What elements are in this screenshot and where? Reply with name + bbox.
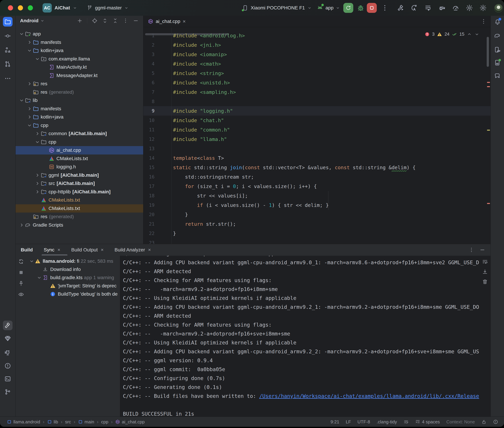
minimize-window-button[interactable] <box>18 5 23 10</box>
close-icon[interactable]: × <box>58 247 60 252</box>
tool-project-button[interactable] <box>3 17 13 26</box>
tree-item-gradle-scripts[interactable]: Gradle Scripts <box>16 221 143 229</box>
prev-problem-icon[interactable] <box>467 32 472 37</box>
breadcrumb-src[interactable]: src <box>65 419 71 425</box>
tool-notifications-button[interactable] <box>493 17 502 27</box>
branch-widget[interactable]: ggml-master <box>87 5 129 11</box>
close-icon[interactable]: × <box>101 247 103 252</box>
tree-item-mainactivity-kt[interactable]: MainActivity.kt <box>16 63 143 71</box>
maximize-window-button[interactable] <box>28 5 33 10</box>
tool-logcat-button[interactable] <box>3 348 13 358</box>
tree-item-cpp[interactable]: cpp <box>16 121 143 130</box>
project-view-selector[interactable]: Android <box>20 18 38 24</box>
status--clang-tidy[interactable]: .clang-tidy <box>376 419 397 425</box>
chevron-right-icon[interactable] <box>26 81 33 87</box>
editor-options-icon[interactable] <box>480 18 487 25</box>
breadcrumb-lib[interactable]: lib <box>47 419 58 425</box>
device-selector[interactable]: Xiaomi POCOPHONE F1 <box>242 5 312 11</box>
chevron-down-icon[interactable] <box>34 139 41 145</box>
tree-item-cmakelists-txt[interactable]: CMakeLists.txt <box>16 204 143 213</box>
status-lf[interactable]: LF <box>346 419 351 425</box>
breadcrumb-ai-chat-cpp[interactable]: Cai_chat.cpp <box>115 419 145 425</box>
more-run-actions-button[interactable] <box>381 4 389 12</box>
tool-structure-button[interactable] <box>3 45 13 55</box>
tool-commit-button[interactable] <box>3 31 13 41</box>
tree-item-kotlin-java[interactable]: kotlin+java <box>16 113 143 121</box>
tool-version-control-button[interactable] <box>3 387 13 397</box>
tree-item-ggml[interactable]: ggml[AiChat.lib.main] <box>16 171 143 180</box>
breadcrumb-cpp[interactable]: cpp <box>101 419 108 425</box>
chevron-down-icon[interactable] <box>29 258 35 264</box>
build-tree-item[interactable]: llama.android: fi 22 sec, 583 ms <box>29 257 120 265</box>
warning-stripe-mark[interactable] <box>487 130 490 131</box>
build-tab-sync[interactable]: Sync× <box>44 247 60 253</box>
tree-item-cpp[interactable]: cpp <box>16 138 143 146</box>
tree-item-src[interactable]: src[AiChat.lib.main] <box>16 179 143 188</box>
editor-scrollbar-thumb[interactable] <box>487 37 489 67</box>
tree-item-com-example-llama[interactable]: com.example.llama <box>16 55 143 63</box>
chevron-right-icon[interactable] <box>34 189 41 195</box>
status-4-spaces[interactable]: 4 spaces <box>415 419 440 425</box>
build-tree-item[interactable]: 'jvmTarget: String' is deprec <box>29 282 120 290</box>
status-context-none[interactable]: Context: None <box>446 419 475 425</box>
breadcrumb-llama-android[interactable]: llama.android <box>7 419 40 425</box>
build-tab-build-output[interactable]: Build Output× <box>71 247 103 253</box>
build-button[interactable] <box>397 4 405 12</box>
stop-button[interactable] <box>367 3 377 13</box>
tree-item-common[interactable]: common[AiChat.lib.main] <box>16 130 143 138</box>
breadcrumb-main[interactable]: main <box>78 419 94 425</box>
tool-vcs-update-button[interactable] <box>3 59 13 69</box>
close-icon[interactable]: × <box>148 247 151 252</box>
chevron-down-icon[interactable] <box>18 31 25 37</box>
profiler-button[interactable] <box>452 4 459 12</box>
status-warn-circle[interactable] <box>493 419 498 424</box>
tree-item-cmakelists-txt[interactable]: CMakeLists.txt <box>16 196 143 204</box>
project-widget[interactable]: AC AiChat <box>43 3 77 13</box>
error-stripe-mark[interactable] <box>487 86 490 87</box>
attach-debugger-button[interactable] <box>438 4 446 12</box>
chevron-down-icon[interactable] <box>26 48 33 53</box>
status-9-21[interactable]: 9:21 <box>331 419 339 425</box>
tool-terminal-button[interactable] <box>3 374 13 384</box>
chevron-down-icon[interactable] <box>18 98 25 103</box>
rerun-button[interactable] <box>343 3 353 13</box>
chevron-right-icon[interactable] <box>34 172 41 178</box>
build-output-path-link[interactable]: /Users/hanyin/Workspace/ai-chat/examples… <box>259 393 479 399</box>
build-tree-item[interactable]: BuildType 'debug' is both de <box>29 290 120 298</box>
chevron-down-icon[interactable] <box>36 275 42 280</box>
tree-item-ai-chat-cpp[interactable]: Cai_chat.cpp <box>16 146 143 155</box>
chevron-right-icon[interactable] <box>26 114 33 120</box>
tab-ai-chat-cpp[interactable]: C ai_chat.cpp × <box>143 16 190 27</box>
build-tree-item[interactable]: Download info <box>29 265 120 273</box>
tool-build-button[interactable] <box>3 321 13 330</box>
build-console[interactable]: C/C++: -- Using KleidiAI optimized kerne… <box>120 256 490 417</box>
tree-item-logging-h[interactable]: logging.h <box>16 163 143 171</box>
tool-device-manager-button[interactable] <box>493 45 502 54</box>
settings-button[interactable] <box>479 4 487 12</box>
tree-item-manifests[interactable]: manifests <box>16 38 143 47</box>
tree-item-kotlin-java[interactable]: kotlin+java <box>16 46 143 55</box>
sync-project-button[interactable] <box>411 4 418 12</box>
next-problem-icon[interactable] <box>474 32 479 37</box>
status-utf-8[interactable]: UTF-8 <box>358 419 370 425</box>
chevron-right-icon[interactable] <box>18 222 25 228</box>
tool-problems-button[interactable] <box>3 361 13 371</box>
tool-app-quality-insights-button[interactable] <box>3 334 13 343</box>
build-tab-build-analyzer[interactable]: Build Analyzer× <box>115 247 151 253</box>
run-config-selector[interactable]: app <box>316 4 340 11</box>
tree-item-messageadapter-kt[interactable]: MessageAdapter.kt <box>16 71 143 80</box>
chevron-right-icon[interactable] <box>26 106 33 112</box>
chevron-down-icon[interactable] <box>26 123 33 128</box>
status-formatter[interactable] <box>403 419 409 424</box>
tree-item-res[interactable]: res <box>16 80 143 88</box>
tree-item-res[interactable]: res(generated) <box>16 213 143 221</box>
tree-item-res[interactable]: res(generated) <box>16 88 143 96</box>
status-lock[interactable] <box>481 419 487 424</box>
chevron-down-icon[interactable] <box>34 56 41 62</box>
inspections-widget[interactable]: 3 24 15 <box>425 32 479 37</box>
tool-gradle-button[interactable] <box>493 31 502 41</box>
build-tree-item[interactable]: build.gradle.kts app 1 warning <box>29 273 120 282</box>
close-window-button[interactable] <box>8 5 13 10</box>
close-tab-icon[interactable]: × <box>183 19 186 24</box>
tree-item-app[interactable]: app <box>16 30 143 38</box>
